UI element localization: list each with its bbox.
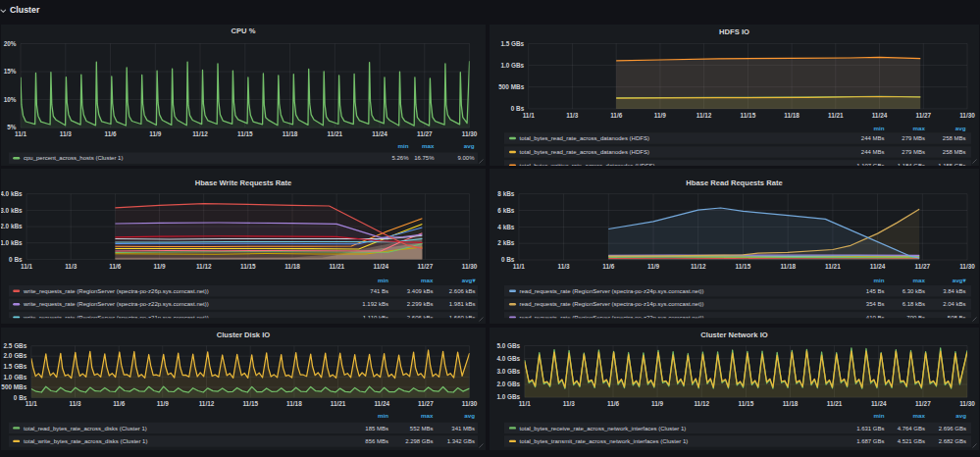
svg-text:2 kBs: 2 kBs xyxy=(497,239,514,246)
svg-text:11/27: 11/27 xyxy=(418,400,434,407)
svg-text:max: max xyxy=(422,142,435,149)
svg-text:min: min xyxy=(378,412,388,419)
svg-text:1.660 kBs: 1.660 kBs xyxy=(449,315,476,321)
svg-text:avg: avg xyxy=(955,125,966,131)
svg-text:total_write_bytes_rate_across_: total_write_bytes_rate_across_disks (Clu… xyxy=(24,438,147,444)
svg-text:11/6: 11/6 xyxy=(602,263,615,270)
svg-text:write_requests_rate (RegionSer: write_requests_rate (RegionServer (spect… xyxy=(23,301,209,307)
svg-text:11/1: 11/1 xyxy=(519,400,532,407)
svg-text:8 kBs: 8 kBs xyxy=(497,190,514,197)
svg-text:11/6: 11/6 xyxy=(113,400,126,407)
svg-text:read_requests_rate (RegionServ: read_requests_rate (RegionServer (spectr… xyxy=(520,301,704,307)
svg-text:min: min xyxy=(873,412,884,419)
svg-text:avg: avg xyxy=(464,412,475,419)
svg-text:1.110 kBs: 1.110 kBs xyxy=(363,315,388,321)
svg-text:4.0 GBs: 4.0 GBs xyxy=(496,355,520,362)
svg-text:2.0 kBs: 2.0 kBs xyxy=(1,223,23,229)
svg-text:1.631 GBs: 1.631 GBs xyxy=(856,426,884,432)
svg-text:11/15: 11/15 xyxy=(741,112,756,119)
svg-text:244 MBs: 244 MBs xyxy=(861,149,885,155)
svg-text:11/9: 11/9 xyxy=(153,263,166,270)
svg-text:11/15: 11/15 xyxy=(739,400,754,407)
svg-text:11/18: 11/18 xyxy=(783,400,799,407)
svg-text:read_requests_rate (RegionServ: read_requests_rate (RegionServer (spectr… xyxy=(520,315,704,321)
svg-text:2.04 kBs: 2.04 kBs xyxy=(943,301,965,307)
svg-text:5.26%: 5.26% xyxy=(391,155,409,161)
svg-text:write_requests_rate (RegionSer: write_requests_rate (RegionServer (spect… xyxy=(23,315,209,321)
svg-text:11/27: 11/27 xyxy=(915,112,931,119)
svg-text:max: max xyxy=(421,277,434,283)
svg-text:cpu_percent_across_hosts (Clus: cpu_percent_across_hosts (Cluster 1) xyxy=(24,155,123,161)
svg-text:11/12: 11/12 xyxy=(696,112,712,119)
svg-text:11/27: 11/27 xyxy=(915,400,931,407)
svg-text:15%: 15% xyxy=(4,68,17,75)
svg-text:279 MBs: 279 MBs xyxy=(902,149,925,155)
svg-text:11/18: 11/18 xyxy=(780,263,796,270)
svg-text:min: min xyxy=(873,277,884,283)
svg-text:2.696 GBs: 2.696 GBs xyxy=(939,426,966,432)
svg-text:0 Bs: 0 Bs xyxy=(9,256,23,263)
svg-text:11/21: 11/21 xyxy=(828,112,844,119)
svg-text:11/6: 11/6 xyxy=(610,112,623,119)
svg-text:11/3: 11/3 xyxy=(563,400,576,407)
svg-text:244 MBs: 244 MBs xyxy=(861,135,885,141)
svg-text:max: max xyxy=(913,125,926,131)
svg-text:3.409 kBs: 3.409 kBs xyxy=(407,288,434,294)
svg-text:20%: 20% xyxy=(4,40,17,47)
svg-text:11/30: 11/30 xyxy=(959,263,975,270)
svg-text:1.184 GBs: 1.184 GBs xyxy=(898,163,925,166)
svg-text:11/21: 11/21 xyxy=(827,400,843,407)
svg-text:856 MBs: 856 MBs xyxy=(365,438,388,444)
svg-text:4 kBs: 4 kBs xyxy=(497,224,514,230)
svg-text:11/12: 11/12 xyxy=(192,130,208,137)
svg-text:11/9: 11/9 xyxy=(149,130,162,137)
svg-text:6.30 kBs: 6.30 kBs xyxy=(903,288,925,294)
svg-text:11/3: 11/3 xyxy=(566,112,579,119)
svg-text:11/21: 11/21 xyxy=(331,400,346,407)
svg-text:4.0 kBs: 4.0 kBs xyxy=(1,190,23,197)
svg-text:500 MBs: 500 MBs xyxy=(1,383,26,390)
svg-text:HDFS IO: HDFS IO xyxy=(719,27,749,36)
svg-text:11/24: 11/24 xyxy=(870,263,886,270)
svg-text:min: min xyxy=(378,277,388,283)
svg-text:11/1: 11/1 xyxy=(513,263,526,270)
svg-text:11/27: 11/27 xyxy=(418,263,434,270)
svg-text:279 MBs: 279 MBs xyxy=(902,135,925,141)
svg-text:1.5 GBs: 1.5 GBs xyxy=(3,363,26,370)
svg-text:11/1: 11/1 xyxy=(26,400,38,407)
svg-text:6 kBs: 6 kBs xyxy=(497,207,514,214)
svg-text:11/6: 11/6 xyxy=(607,400,620,407)
svg-text:354 Bs: 354 Bs xyxy=(866,301,885,307)
svg-text:2.0 GBs: 2.0 GBs xyxy=(3,352,26,359)
svg-text:3.0 GBs: 3.0 GBs xyxy=(496,368,520,375)
svg-text:avg: avg xyxy=(464,142,475,149)
svg-text:11/15: 11/15 xyxy=(237,130,253,137)
svg-text:741 Bs: 741 Bs xyxy=(370,288,388,294)
svg-text:508 Bs: 508 Bs xyxy=(948,315,966,321)
svg-text:Hbase Read Requests Rate: Hbase Read Requests Rate xyxy=(686,178,782,187)
svg-text:11/6: 11/6 xyxy=(109,263,122,270)
svg-text:11/9: 11/9 xyxy=(157,400,170,407)
svg-text:total_bytes_read_rate_across_d: total_bytes_read_rate_across_datanodes (… xyxy=(520,135,649,141)
svg-text:1.192 kBs: 1.192 kBs xyxy=(362,301,388,307)
svg-text:1.0 kBs: 1.0 kBs xyxy=(1,239,23,246)
svg-text:4.521 GBs: 4.521 GBs xyxy=(898,438,925,444)
svg-text:11/30: 11/30 xyxy=(959,112,975,119)
svg-text:11/30: 11/30 xyxy=(462,263,478,270)
svg-text:1.0 GBs: 1.0 GBs xyxy=(3,374,26,381)
svg-text:11/18: 11/18 xyxy=(784,112,799,119)
svg-text:11/27: 11/27 xyxy=(417,130,433,137)
svg-text:11/3: 11/3 xyxy=(69,400,81,407)
svg-text:6.18 kBs: 6.18 kBs xyxy=(903,301,925,307)
svg-text:2.606 kBs: 2.606 kBs xyxy=(449,288,476,294)
svg-text:11/24: 11/24 xyxy=(372,130,387,137)
svg-text:11/15: 11/15 xyxy=(242,400,258,407)
svg-text:1.5 GBs: 1.5 GBs xyxy=(500,40,524,47)
svg-text:11/24: 11/24 xyxy=(871,400,887,407)
svg-text:11/21: 11/21 xyxy=(825,263,841,270)
svg-text:write_requests_rate (RegionSer: write_requests_rate (RegionServer (spect… xyxy=(23,288,209,294)
svg-text:2.682 GBs: 2.682 GBs xyxy=(939,438,966,444)
svg-text:11/24: 11/24 xyxy=(374,400,389,407)
svg-text:11/9: 11/9 xyxy=(647,263,660,270)
svg-text:11/30: 11/30 xyxy=(462,400,478,407)
